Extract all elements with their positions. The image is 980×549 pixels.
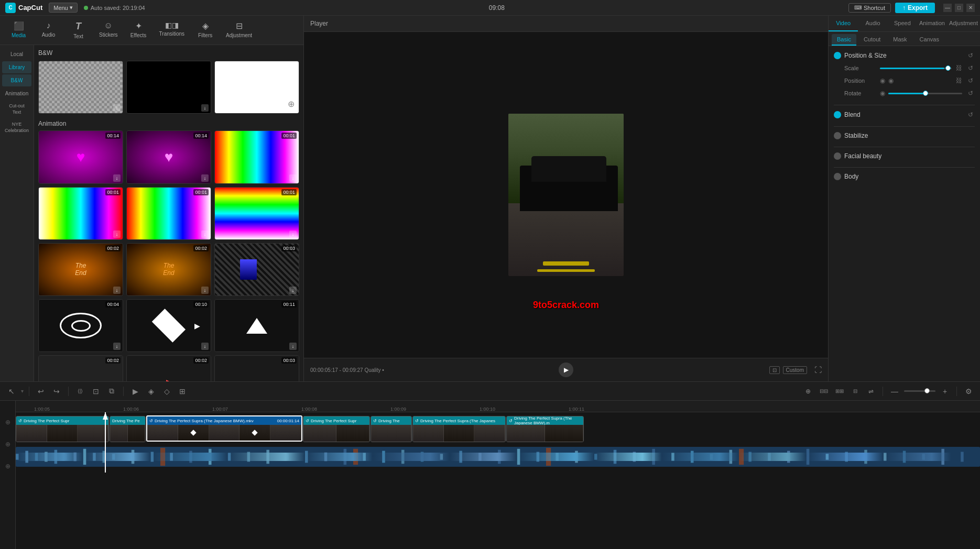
mask-tool[interactable]: ◇ <box>160 385 173 398</box>
svg-rect-48 <box>845 452 848 462</box>
split-button[interactable]: ⟨|⟩ <box>74 385 86 398</box>
tl-tool-2[interactable]: ⊞⊞ <box>833 385 846 398</box>
anim-row4-1[interactable]: ··· 00:02 <box>38 355 123 381</box>
add-track-button[interactable]: ⊕ <box>802 385 814 398</box>
color-tool[interactable]: ◈ <box>145 385 157 398</box>
toolbar-audio[interactable]: ♪ Audio <box>34 19 63 41</box>
redo-button[interactable]: ↪ <box>50 385 63 398</box>
subtab-cutout[interactable]: Cutout <box>858 34 886 46</box>
anim-theend1[interactable]: TheEnd 00:02 ↓ <box>38 243 123 296</box>
track-add-2[interactable]: ⊕ <box>2 438 14 450</box>
toolbar-text[interactable]: T Text <box>64 19 93 41</box>
tab-audio[interactable]: Audio <box>858 16 887 31</box>
duplicate-button[interactable]: ⧉ <box>105 385 118 398</box>
minimize-button[interactable]: — <box>943 4 952 12</box>
anim-row4-2[interactable]: ▶ 00:02 <box>126 355 211 381</box>
tab-speed[interactable]: Speed <box>888 16 917 31</box>
select-tool[interactable]: ↖ <box>5 385 18 398</box>
sidebar-item-nye[interactable]: NYE Celebration <box>2 119 31 136</box>
toolbar-effects[interactable]: ✦ Effects <box>124 19 153 41</box>
tab-video[interactable]: Video <box>829 16 858 31</box>
sidebar-item-cutout[interactable]: Cut-out Text <box>2 101 31 118</box>
fullscreen-button[interactable]: ⛶ <box>814 366 822 374</box>
text-icon: T <box>75 21 81 32</box>
clip-3-selected[interactable]: ↺ Driving The Perfect Supra (The Japanes… <box>146 415 302 442</box>
undo-button[interactable]: ↩ <box>35 385 47 398</box>
anim-colorbars3[interactable]: 00:01 ↓ <box>126 187 211 240</box>
anim-heart2[interactable]: ♥ 00:14 ↓ <box>126 130 211 183</box>
blend-toggle[interactable] <box>834 111 841 118</box>
track-add-1[interactable]: ⊕ <box>2 416 14 428</box>
rotate-slider[interactable] <box>888 93 962 94</box>
anim-diamond[interactable]: ▶ 00:10 ↓ <box>126 299 211 352</box>
clip-1[interactable]: ↺ Driving The Perfect Supr <box>16 416 109 442</box>
settings-button[interactable]: ⚙ <box>962 385 975 398</box>
subtab-basic[interactable]: Basic <box>832 34 856 46</box>
facial-beauty-toggle[interactable] <box>834 152 841 160</box>
sidebar-item-animation[interactable]: Animation <box>2 87 31 100</box>
blend-reset[interactable]: ↺ <box>966 111 975 119</box>
position-size-reset[interactable]: ↺ <box>966 51 975 60</box>
bw-item-black[interactable]: ↓ <box>126 61 211 114</box>
timeline-content: ⊕ ⊕ ⊕ 1:00:05 1:00:06 1:00:07 1:00:08 1:… <box>0 401 980 549</box>
zoom-out-button[interactable]: — <box>888 385 901 398</box>
anim-colorbars2[interactable]: 00:01 ↓ <box>38 187 123 240</box>
play-button[interactable]: ▶ <box>559 363 573 377</box>
close-button[interactable]: ✕ <box>966 4 975 12</box>
tl-tool-4[interactable]: ⇌ <box>865 385 877 398</box>
delete-button[interactable]: ⊡ <box>90 385 102 398</box>
sidebar-item-library[interactable]: Library <box>2 61 31 73</box>
maximize-button[interactable]: □ <box>955 4 963 12</box>
toolbar-media[interactable]: ⬛ Media <box>4 19 33 41</box>
play-tool[interactable]: ▶ <box>129 385 141 398</box>
toolbar-filters[interactable]: ◈ Filters <box>191 19 220 41</box>
position-size-section: Position & Size ↺ Scale ⛓ ↺ Position <box>834 51 975 97</box>
anim-circle[interactable]: 00:04 ↓ <box>38 299 123 352</box>
clip-6[interactable]: ↺ Driving The Perfect Supra (The Japanes <box>412 416 506 442</box>
export-button[interactable]: ↑ Export <box>895 3 935 13</box>
anim-theend2[interactable]: TheEnd 00:02 ↓ <box>126 243 211 296</box>
anim-row4-3[interactable]: 00:03 <box>214 355 299 381</box>
crop-tool[interactable]: ⊞ <box>176 385 189 398</box>
toolbar-adjustment[interactable]: ⊟ Adjustment <box>221 19 257 41</box>
clip-5[interactable]: ↺ Driving The <box>371 416 412 442</box>
tab-animation[interactable]: Animation <box>917 16 947 31</box>
audio-wave-clip[interactable] <box>16 447 980 467</box>
rotate-reset[interactable]: ↺ <box>966 89 975 97</box>
tl-tool-1[interactable]: ⊟⊟ <box>818 385 830 398</box>
clip-7[interactable]: ↺ Driving The Perfect Supra (The Japanes… <box>506 416 584 442</box>
zoom-in-button[interactable]: + <box>939 385 951 398</box>
zoom-slider[interactable] <box>904 390 935 392</box>
track-add-3[interactable]: ⊕ <box>2 460 14 472</box>
scale-reset[interactable]: ↺ <box>966 64 975 72</box>
menu-button[interactable]: Menu ▾ <box>49 3 78 13</box>
toolbar-transitions[interactable]: ◧◨ Transitions <box>154 19 190 41</box>
sidebar-item-bw[interactable]: B&W <box>2 74 31 86</box>
fit-button[interactable]: ⊡ <box>769 366 780 374</box>
position-size-toggle[interactable] <box>834 52 841 59</box>
bw-item-checker[interactable]: ↓ <box>38 61 123 114</box>
custom-button[interactable]: Custom <box>783 366 807 374</box>
toolbar-stickers[interactable]: ☺ Stickers <box>94 19 123 41</box>
scale-slider[interactable] <box>880 68 952 69</box>
bw-item-white[interactable]: ↓ ⊕ <box>214 61 299 114</box>
body-toggle[interactable] <box>834 173 841 180</box>
stabilize-toggle[interactable] <box>834 132 841 139</box>
left-content-area: Local Library B&W Animation Cut-out Text… <box>0 45 303 381</box>
clip-2[interactable]: Driving The Pe <box>110 416 146 442</box>
anim-colorbars1[interactable]: 00:01 ↓ <box>214 130 299 183</box>
tl-tool-3[interactable]: ⊟ <box>849 385 862 398</box>
position-reset[interactable]: ↺ <box>966 76 975 85</box>
video-preview <box>508 114 624 276</box>
shortcut-button[interactable]: ⌨ Shortcut <box>848 3 891 13</box>
audio-icon: ♪ <box>47 21 51 30</box>
clip-4[interactable]: ↺ Driving The Perfect Supr <box>303 416 370 442</box>
anim-colorbars4[interactable]: 00:01 ↓ <box>214 187 299 240</box>
sidebar-item-local[interactable]: Local <box>2 48 31 60</box>
anim-darkglow[interactable]: 00:03 ↓ <box>214 243 299 296</box>
tab-adjustment[interactable]: Adjustment <box>947 16 980 31</box>
anim-triangle[interactable]: 00:11 ↓ <box>214 299 299 352</box>
subtab-mask[interactable]: Mask <box>888 34 912 46</box>
subtab-canvas[interactable]: Canvas <box>914 34 944 46</box>
anim-heart1[interactable]: ♥ 00:14 ↓ <box>38 130 123 183</box>
